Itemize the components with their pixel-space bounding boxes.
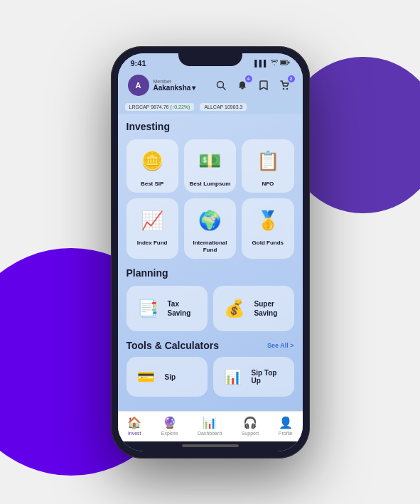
svg-rect-2 xyxy=(288,61,289,63)
nav-invest[interactable]: 🏠 Invest xyxy=(127,416,141,436)
ticker-value-1: 9874.76 xyxy=(151,104,170,109)
cart-badge: 2 xyxy=(288,75,295,82)
index-fund-label: Index Fund xyxy=(137,240,168,247)
ticker-label-2: ALLCAP xyxy=(204,104,223,109)
sip-tool-label: Sip xyxy=(165,373,176,381)
nav-profile-icon: 👤 xyxy=(279,416,293,429)
sip-tool-card[interactable]: 💳 Sip xyxy=(126,357,208,397)
best-sip-label: Best SIP xyxy=(141,181,163,188)
super-saving-label: SuperSaving xyxy=(254,299,278,318)
tax-saving-label: TaxSaving xyxy=(168,299,191,318)
nav-support[interactable]: 🎧 Support xyxy=(242,416,259,436)
nav-dashboard[interactable]: 📊 Dashboard xyxy=(198,416,222,436)
nfo-icon: 📋 xyxy=(253,146,283,176)
phone-notch xyxy=(178,53,242,66)
best-lumpsum-card[interactable]: 💵 Best Lumpsum xyxy=(184,139,236,193)
wifi-icon xyxy=(271,60,278,67)
nav-dashboard-icon: 📊 xyxy=(203,416,217,429)
index-fund-card[interactable]: 📈 Index Fund xyxy=(126,198,178,259)
nav-invest-icon: 🏠 xyxy=(127,416,141,429)
member-label: Member xyxy=(154,79,196,84)
nav-dashboard-label: Dashboard xyxy=(198,431,222,436)
international-fund-card[interactable]: 🌍 International Fund xyxy=(184,198,236,259)
svg-rect-1 xyxy=(281,61,286,64)
nav-profile-label: Profile xyxy=(279,431,293,436)
nav-support-label: Support xyxy=(242,431,259,436)
tax-saving-icon: 📑 xyxy=(134,294,162,323)
planning-title: Planning xyxy=(126,267,294,279)
battery-icon xyxy=(280,60,290,67)
header: A Member Aakanksha ▾ 4 xyxy=(118,70,303,100)
tools-header: Tools & Calculators See All > xyxy=(126,340,294,351)
bookmark-button[interactable] xyxy=(256,77,271,93)
nav-explore-label: Explore xyxy=(161,431,178,436)
nav-profile[interactable]: 👤 Profile xyxy=(279,416,293,436)
sip-topup-tool-icon: 📊 xyxy=(220,364,246,390)
phone-frame: 9:41 ▌▌▌ A Member Aakanksha ▾ xyxy=(111,46,310,459)
ticker-change-1: (↑0.22%) xyxy=(170,104,190,109)
nav-invest-label: Invest xyxy=(128,431,141,436)
nav-explore-icon: 🔮 xyxy=(163,416,177,429)
ticker-label-1: LRGCAP xyxy=(129,104,150,109)
super-saving-card[interactable]: 💰 SuperSaving xyxy=(213,286,294,331)
svg-line-4 xyxy=(222,87,225,90)
user-info: Member Aakanksha ▾ xyxy=(154,79,196,92)
ticker-item-1: LRGCAP 9874.76 (↑0.22%) xyxy=(125,103,195,111)
tax-saving-card[interactable]: 📑 TaxSaving xyxy=(126,286,208,331)
signal-icon: ▌▌▌ xyxy=(254,60,268,67)
best-lumpsum-icon: 💵 xyxy=(195,146,225,176)
status-icons: ▌▌▌ xyxy=(254,60,289,67)
sip-tool-icon: 💳 xyxy=(134,364,159,390)
home-bar xyxy=(182,444,239,447)
nav-support-icon: 🎧 xyxy=(243,416,257,429)
sip-topup-tool-label: Sip Top Up xyxy=(252,369,287,385)
international-fund-icon: 🌍 xyxy=(195,205,225,235)
best-sip-card[interactable]: 🪙 Best SIP xyxy=(126,139,178,193)
main-content: Investing 🪙 Best SIP 💵 Best Lumpsum 📋 NF… xyxy=(118,114,303,411)
best-sip-icon: 🪙 xyxy=(137,146,167,176)
international-fund-label: International Fund xyxy=(188,240,232,253)
tools-grid: 💳 Sip 📊 Sip Top Up xyxy=(126,357,294,397)
tools-title: Tools & Calculators xyxy=(126,340,219,351)
nfo-card[interactable]: 📋 NFO xyxy=(242,139,294,193)
planning-grid: 📑 TaxSaving 💰 SuperSaving xyxy=(126,286,294,331)
investing-title: Investing xyxy=(126,121,294,132)
status-time: 9:41 xyxy=(131,59,146,68)
notification-button[interactable]: 4 xyxy=(235,77,250,93)
super-saving-icon: 💰 xyxy=(220,294,249,323)
bottom-nav: 🏠 Invest 🔮 Explore 📊 Dashboard 🎧 Support… xyxy=(118,411,303,441)
avatar[interactable]: A xyxy=(128,75,149,96)
home-indicator xyxy=(118,441,303,451)
nav-explore[interactable]: 🔮 Explore xyxy=(161,416,178,436)
sip-topup-tool-card[interactable]: 📊 Sip Top Up xyxy=(213,357,294,397)
svg-point-5 xyxy=(282,87,284,89)
ticker-bar: LRGCAP 9874.76 (↑0.22%) ALLCAP 10983.3 xyxy=(118,100,303,114)
gold-funds-label: Gold Funds xyxy=(252,240,284,247)
ticker-item-2: ALLCAP 10983.3 xyxy=(200,103,247,111)
svg-point-6 xyxy=(286,87,287,89)
header-left: A Member Aakanksha ▾ xyxy=(128,75,196,96)
search-button[interactable] xyxy=(213,77,229,93)
investing-grid: 🪙 Best SIP 💵 Best Lumpsum 📋 NFO 📈 Index … xyxy=(126,139,294,259)
notification-badge: 4 xyxy=(245,75,252,82)
phone-screen: 9:41 ▌▌▌ A Member Aakanksha ▾ xyxy=(118,53,303,451)
see-all-button[interactable]: See All > xyxy=(267,342,294,349)
nfo-label: NFO xyxy=(262,181,274,188)
gold-funds-card[interactable]: 🥇 Gold Funds xyxy=(242,198,294,259)
cart-button[interactable]: 2 xyxy=(277,77,293,93)
header-icons: 4 2 xyxy=(213,77,293,93)
chevron-icon: ▾ xyxy=(192,84,195,92)
ticker-value-2: 10983.3 xyxy=(225,104,242,109)
index-fund-icon: 📈 xyxy=(137,205,167,235)
best-lumpsum-label: Best Lumpsum xyxy=(190,181,231,188)
gold-funds-icon: 🥇 xyxy=(253,205,283,235)
user-name[interactable]: Aakanksha ▾ xyxy=(154,84,196,92)
